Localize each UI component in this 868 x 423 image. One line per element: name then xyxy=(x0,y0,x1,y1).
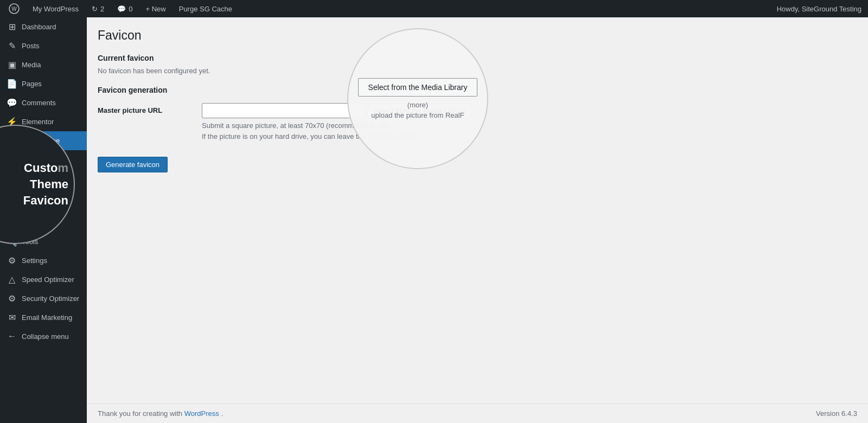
dashboard-icon: ⊞ xyxy=(7,22,17,32)
master-picture-controls: Select from the Media Library Submit a s… xyxy=(202,103,472,142)
sidebar-label-email-marketing: Email Marketing xyxy=(22,313,72,322)
footer-version: Version 6.4.3 xyxy=(816,409,857,418)
updates-icon: ↻ xyxy=(92,5,98,13)
sidebar-item-settings[interactable]: ⚙ Settings xyxy=(0,251,87,270)
circle-customize-label: Custom xyxy=(24,160,68,176)
sidebar-label-security-optimizer: Security Optimizer xyxy=(22,294,79,303)
admin-bar: W My WordPress ↻ 2 💬 0 + New Purge SG Ca… xyxy=(0,0,868,17)
wp-footer: Thank you for creating with WordPress . … xyxy=(87,403,868,423)
current-favicon-heading: Current favicon xyxy=(98,54,857,62)
favicon-generation-heading: Favicon generation xyxy=(98,86,857,94)
select-from-media-library-button[interactable]: Select from the Media Library xyxy=(368,103,472,118)
sidebar-item-pages[interactable]: 📄 Pages xyxy=(0,74,87,93)
comments-icon: 💬 xyxy=(117,5,126,13)
settings-icon: ⚙ xyxy=(7,255,17,266)
sidebar-item-security-optimizer[interactable]: ⚙ Security Optimizer xyxy=(0,289,87,308)
master-picture-url-input[interactable] xyxy=(202,103,365,118)
comments-menu-icon: 💬 xyxy=(7,98,17,108)
adminbar-updates[interactable]: ↻ 2 xyxy=(90,5,106,13)
circle-themes-label: Theme xyxy=(30,176,68,193)
wordpress-icon: W xyxy=(9,3,20,14)
adminbar-site-name[interactable]: My WordPress xyxy=(30,5,81,13)
master-picture-row: Master picture URL Select from the Media… xyxy=(98,103,857,142)
master-picture-label: Master picture URL xyxy=(98,103,195,114)
wordpress-link[interactable]: WordPress xyxy=(184,409,219,418)
footer-left: Thank you for creating with WordPress . xyxy=(98,409,223,418)
adminbar-purge[interactable]: Purge SG Cache xyxy=(177,5,234,13)
sidebar-label-speed-optimizer: Speed Optimizer xyxy=(22,275,74,284)
sidebar-label-dashboard: Dashboard xyxy=(22,23,56,31)
collapse-menu-icon: ← xyxy=(7,331,17,341)
sidebar-label-elementor: Elementor xyxy=(22,118,54,126)
svg-text:W: W xyxy=(11,6,17,12)
pages-icon: 📄 xyxy=(7,79,17,89)
sidebar-label-comments: Comments xyxy=(22,99,56,107)
sidebar-item-dashboard[interactable]: ⊞ Dashboard xyxy=(0,17,87,36)
sidebar-item-collapse-menu[interactable]: ← Collapse menu xyxy=(0,327,87,345)
no-favicon-text: No favicon has been configured yet. xyxy=(98,67,857,75)
adminbar-comments[interactable]: 💬 0 xyxy=(115,5,135,13)
sidebar-item-speed-optimizer[interactable]: △ Speed Optimizer xyxy=(0,270,87,289)
sidebar-label-collapse-menu: Collapse menu xyxy=(22,332,69,341)
circle-favicon-label: Favicon xyxy=(23,193,68,209)
security-optimizer-icon: ⚙ xyxy=(7,293,17,304)
sidebar-item-comments[interactable]: 💬 Comments xyxy=(0,93,87,112)
adminbar-wp-logo[interactable]: W xyxy=(7,3,22,14)
master-picture-description: Submit a square picture, at least 70x70 … xyxy=(202,120,472,142)
admin-sidebar: Custom Theme Favicon ⊞ Dashboard ✎ Posts… xyxy=(0,17,87,423)
favicon-generation-section: Favicon generation Master picture URL Se… xyxy=(98,86,857,172)
main-content: Select from the Media Library (more) upl… xyxy=(87,17,868,403)
sidebar-item-email-marketing[interactable]: ✉ Email Marketing xyxy=(0,308,87,327)
sidebar-item-posts[interactable]: ✎ Posts xyxy=(0,36,87,55)
sidebar-item-media[interactable]: ▣ Media xyxy=(0,55,87,74)
sidebar-label-pages: Pages xyxy=(22,80,42,88)
email-marketing-icon: ✉ xyxy=(7,312,17,323)
page-title: Favicon xyxy=(98,28,857,43)
posts-icon: ✎ xyxy=(7,41,17,51)
sidebar-label-media: Media xyxy=(22,61,41,69)
sidebar-label-posts: Posts xyxy=(22,42,40,50)
current-favicon-section: Current favicon No favicon has been conf… xyxy=(98,54,857,75)
generate-favicon-button[interactable]: Generate favicon xyxy=(98,157,168,172)
sidebar-label-settings: Settings xyxy=(22,257,47,265)
media-icon: ▣ xyxy=(7,60,17,70)
adminbar-new[interactable]: + New xyxy=(143,5,168,13)
adminbar-howdy: Howdy, SiteGround Testing xyxy=(777,5,861,13)
speed-optimizer-icon: △ xyxy=(7,274,17,285)
